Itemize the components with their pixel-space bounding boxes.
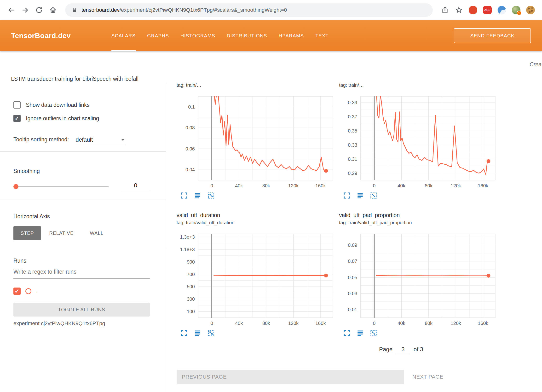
tooltip-sort-dropdown[interactable]: default: [75, 136, 126, 145]
misc-extension-icon[interactable]: [497, 6, 506, 14]
data-table-icon[interactable]: [194, 192, 202, 199]
show-download-checkbox[interactable]: [13, 101, 21, 109]
svg-text:0: 0: [373, 183, 375, 188]
svg-text:0.05: 0.05: [348, 275, 357, 280]
data-table-icon[interactable]: [356, 329, 364, 337]
tab-histograms[interactable]: HISTOGRAMS: [180, 20, 215, 51]
padlock-icon[interactable]: [71, 7, 78, 13]
show-download-label: Show data download links: [26, 102, 90, 108]
bookmark-star-icon[interactable]: [455, 6, 463, 14]
svg-text:0.04: 0.04: [185, 167, 195, 172]
run-color-radio[interactable]: [25, 288, 31, 294]
address-bar[interactable]: tensorboard.dev/experiment/cj2vtPiwQHKN9…: [65, 3, 433, 17]
chart-plot[interactable]: 0.010.030.050.070.09040k80k120k160k: [339, 233, 497, 327]
home-icon[interactable]: [49, 6, 57, 14]
tab-distributions[interactable]: DISTRIBUTIONS: [227, 20, 267, 51]
page-buttons: PREVIOUS PAGE NEXT PAGE: [177, 370, 542, 384]
fullscreen-icon[interactable]: [343, 329, 351, 337]
chart-title: valid_utt_duration: [177, 211, 335, 219]
svg-text:0.03: 0.03: [348, 291, 357, 296]
send-feedback-button[interactable]: SEND FEEDBACK: [454, 28, 531, 43]
tab-hparams[interactable]: HPARAMS: [279, 20, 304, 51]
page-of-label: of 3: [414, 346, 423, 353]
fullscreen-icon[interactable]: [180, 192, 188, 199]
url-text: tensorboard.dev/experiment/cj2vtPiwQHKN9…: [81, 7, 287, 13]
cookie-icon[interactable]: [526, 6, 535, 14]
tab-text[interactable]: TEXT: [315, 20, 329, 51]
abp-extension-icon[interactable]: ABP: [483, 6, 492, 14]
fit-domain-icon[interactable]: [370, 192, 377, 199]
fit-domain-icon[interactable]: [207, 192, 215, 199]
smoothing-value[interactable]: 0: [121, 182, 150, 191]
axis-step-button[interactable]: STEP: [13, 226, 41, 240]
axis-wall-button[interactable]: WALL: [82, 226, 112, 240]
back-icon[interactable]: [7, 6, 15, 14]
show-download-row: Show data download links: [13, 98, 150, 112]
page-number-input[interactable]: [396, 346, 410, 354]
ignore-outliers-checkbox[interactable]: [13, 115, 21, 122]
chart-card: tag: train/…0.290.310.330.350.370.39040k…: [339, 83, 497, 200]
chart-card: tag: train/…0.040.060.080.1040k80k120k16…: [177, 83, 335, 200]
svg-text:0: 0: [210, 183, 213, 188]
toggle-all-runs-button[interactable]: TOGGLE ALL RUNS: [13, 303, 150, 317]
adblock-extension-icon[interactable]: [469, 6, 477, 14]
svg-text:0.37: 0.37: [348, 114, 357, 119]
chart-plot[interactable]: 0.040.060.080.1040k80k120k160k: [177, 96, 335, 189]
profile-badge: 1: [517, 11, 522, 16]
profile-avatar[interactable]: 1: [512, 6, 520, 14]
svg-text:160k: 160k: [315, 183, 326, 188]
previous-page-button[interactable]: PREVIOUS PAGE: [177, 370, 404, 384]
svg-text:0.39: 0.39: [348, 100, 357, 105]
tooltip-sort-value: default: [75, 136, 93, 143]
slider-thumb[interactable]: [13, 184, 18, 189]
chart-plot[interactable]: 0.290.310.330.350.370.39040k80k120k160k: [339, 96, 497, 189]
svg-text:120k: 120k: [451, 321, 461, 326]
svg-text:0.31: 0.31: [348, 156, 357, 162]
smoothing-slider[interactable]: [13, 183, 109, 190]
url-host: tensorboard.dev: [81, 7, 120, 13]
forward-icon[interactable]: [21, 6, 29, 14]
svg-text:80k: 80k: [425, 183, 433, 188]
svg-text:40k: 40k: [398, 321, 405, 326]
experiment-name: experiment cj2vtPiwQHKN9Q1tx6PTpg: [13, 320, 150, 327]
data-table-icon[interactable]: [356, 192, 364, 199]
tooltip-sort-row: Tooltip sorting method: default: [13, 133, 150, 145]
settings-sidebar: Show data download links Ignore outliers…: [0, 83, 166, 392]
url-path: /experiment/cj2vtPiwQHKN9Q1tx6PTpg/#scal…: [120, 7, 287, 13]
fit-domain-icon[interactable]: [370, 329, 377, 337]
slider-track[interactable]: [15, 186, 109, 187]
svg-text:0.29: 0.29: [348, 171, 357, 176]
svg-text:120k: 120k: [288, 321, 299, 326]
data-table-icon[interactable]: [194, 329, 202, 337]
pagination: Page of 3: [177, 346, 542, 354]
chart-plot[interactable]: 1003005007009001.1e+31.3e+3040k80k120k16…: [177, 233, 335, 327]
tooltip-sort-label: Tooltip sorting method:: [13, 136, 69, 145]
fit-domain-icon[interactable]: [207, 329, 215, 337]
next-page-button[interactable]: NEXT PAGE: [412, 374, 443, 380]
run-checkbox[interactable]: [13, 288, 21, 295]
svg-text:120k: 120k: [451, 183, 461, 188]
share-icon[interactable]: [441, 6, 449, 14]
svg-text:0: 0: [373, 321, 375, 326]
tensorboard-logo[interactable]: TensorBoard.dev: [11, 32, 71, 40]
fullscreen-icon[interactable]: [343, 192, 351, 199]
svg-text:900: 900: [187, 259, 195, 265]
axis-relative-button[interactable]: RELATIVE: [41, 226, 82, 240]
svg-text:120k: 120k: [288, 183, 299, 188]
svg-text:100: 100: [187, 309, 195, 314]
run-row: .: [13, 286, 150, 296]
horizontal-axis-buttons: STEP RELATIVE WALL: [13, 226, 150, 240]
svg-text:40k: 40k: [235, 183, 243, 188]
tab-graphs[interactable]: GRAPHS: [147, 20, 169, 51]
chart-toolbar: [339, 329, 497, 337]
runs-filter-input[interactable]: [13, 266, 150, 279]
divider: [0, 200, 166, 200]
svg-text:40k: 40k: [398, 183, 405, 188]
svg-text:0.33: 0.33: [348, 142, 357, 148]
tab-scalars[interactable]: SCALARS: [111, 20, 136, 51]
experiment-description: LSTM transducer training for LibriSpeech…: [11, 76, 138, 82]
reload-icon[interactable]: [35, 6, 43, 14]
runs-label: Runs: [13, 257, 150, 264]
run-name: .: [36, 288, 38, 294]
fullscreen-icon[interactable]: [180, 329, 188, 337]
